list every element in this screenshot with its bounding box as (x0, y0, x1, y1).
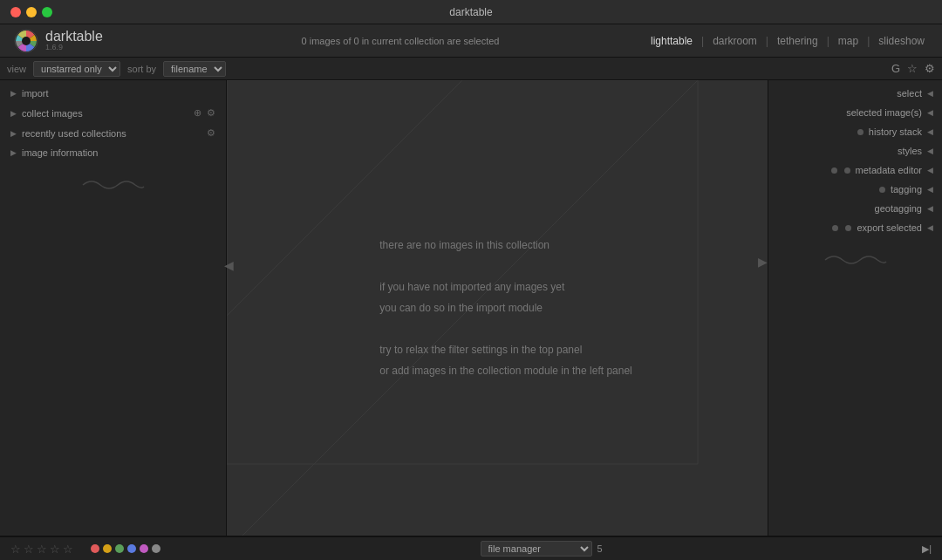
rp-select-arrow: ◀ (927, 89, 933, 98)
rp-tagging[interactable]: tagging ◀ (768, 180, 942, 199)
star1[interactable]: ☆ (10, 543, 21, 556)
arrow-icon: ▶ (10, 89, 17, 98)
empty-line3: if you have not imported any images yet (379, 277, 632, 297)
rp-dot-export1 (832, 225, 838, 231)
rp-geotagging[interactable]: geotagging ◀ (768, 199, 942, 218)
dot-gray[interactable] (152, 544, 160, 553)
empty-line1: there are no images in this collection (379, 235, 632, 256)
rp-select[interactable]: select ◀ (768, 84, 942, 103)
filmstrip-end-icon: ▶| (922, 543, 932, 554)
gear-icon[interactable]: ⚙ (925, 62, 935, 75)
star3[interactable]: ☆ (37, 543, 47, 556)
panel-item-recent[interactable]: ▶ recently used collections ⚙ (0, 123, 226, 143)
collect-label: collect images (22, 108, 83, 119)
nav-tethering[interactable]: tethering (774, 33, 822, 49)
rp-export-selected[interactable]: export selected ◀ (768, 218, 942, 237)
toolbar: view unstarred only all starred sort by … (0, 58, 942, 80)
rp-selected-arrow: ◀ (927, 108, 933, 117)
rp-export-label: export selected (857, 222, 922, 233)
panel-item-import[interactable]: ▶ import (0, 84, 226, 103)
maximize-button[interactable] (42, 7, 52, 17)
toolbar-icons: G ☆ ⚙ (891, 62, 935, 75)
rp-selected-images-label: selected image(s) (846, 107, 922, 118)
star-icon[interactable]: ☆ (907, 62, 918, 75)
dot-blue[interactable] (127, 544, 136, 553)
g-icon[interactable]: G (891, 62, 900, 75)
rp-metadata-arrow: ◀ (927, 166, 933, 174)
import-label: import (22, 88, 49, 99)
rp-metadata-label: metadata editor (856, 165, 922, 175)
dot-yellow[interactable] (103, 544, 112, 553)
filmstrip-right: ▶| (922, 543, 932, 555)
dot-red[interactable] (91, 544, 99, 553)
nav-lighttable[interactable]: lighttable (647, 33, 696, 49)
right-panel-collapse[interactable]: ▶ (758, 255, 768, 269)
rp-history-label: history stack (869, 126, 922, 137)
left-panel: ▶ import ▶ collect images ⊕ ⚙ ▶ recently… (0, 80, 227, 536)
bottom-area: ☆ ☆ ☆ ☆ ☆ file manager zoomable light ta… (0, 536, 942, 560)
rp-metadata-editor[interactable]: metadata editor ◀ (768, 160, 942, 180)
nav-darkroom[interactable]: darkroom (709, 33, 761, 49)
status-bar: 0 images of 0 in current collection are … (302, 36, 500, 46)
status-text: 0 images of 0 in current collection are … (302, 36, 500, 46)
rp-history-arrow: ◀ (927, 127, 933, 136)
panel-item-collect[interactable]: ▶ collect images ⊕ ⚙ (0, 103, 226, 123)
topbar: darktable 1.6.9 0 images of 0 in current… (0, 24, 942, 58)
traffic-lights (10, 7, 52, 17)
filmstrip-zoom-value: 5 (597, 543, 603, 554)
rp-dot-history (857, 129, 864, 135)
rp-tagging-label: tagging (891, 184, 922, 195)
nav-slideshow[interactable]: slideshow (875, 33, 928, 49)
filmstrip-bar: ☆ ☆ ☆ ☆ ☆ file manager zoomable light ta… (0, 536, 942, 560)
rp-history-stack[interactable]: history stack ◀ (768, 122, 942, 141)
right-panel-decoration (768, 237, 942, 287)
rp-export-arrow: ◀ (927, 223, 933, 232)
dot-magenta[interactable] (140, 544, 148, 553)
rp-dot-meta2 (844, 167, 850, 174)
right-panel: select ◀ selected image(s) ◀ history sta… (768, 80, 942, 536)
sort-label: sort by (127, 64, 156, 74)
left-panel-decoration (0, 162, 226, 212)
rp-dot-meta1 (831, 167, 837, 174)
nav-map[interactable]: map (835, 33, 862, 49)
rp-styles-arrow: ◀ (927, 147, 933, 155)
filmstrip-mode-select[interactable]: file manager zoomable light table (481, 541, 592, 557)
darktable-logo (14, 29, 38, 53)
star4[interactable]: ☆ (50, 543, 60, 556)
arrow-icon: ▶ (10, 148, 17, 157)
star-row: ☆ ☆ ☆ ☆ ☆ (10, 543, 73, 556)
empty-message: there are no images in this collection i… (362, 235, 632, 381)
rp-select-label: select (897, 88, 922, 99)
imageinfo-label: image information (22, 147, 98, 158)
rp-tagging-arrow: ◀ (927, 185, 933, 194)
star2[interactable]: ☆ (24, 543, 34, 556)
arrow-icon: ▶ (10, 109, 17, 118)
view-label: view (7, 64, 26, 74)
panel-item-imageinfo[interactable]: ▶ image information (0, 143, 226, 162)
left-panel-collapse[interactable]: ◀ (224, 258, 234, 272)
minimize-button[interactable] (26, 7, 37, 17)
dot-green[interactable] (115, 544, 124, 553)
collect-icon1: ⊕ (194, 107, 201, 119)
empty-line6: try to relax the filter settings in the … (379, 339, 632, 360)
view-select[interactable]: unstarred only all starred (33, 61, 120, 77)
star5[interactable]: ☆ (63, 543, 73, 556)
recent-icon: ⚙ (207, 127, 215, 139)
rp-styles-label: styles (898, 146, 922, 156)
rp-selected-images[interactable]: selected image(s) ◀ (768, 103, 942, 122)
empty-spacer1 (379, 256, 632, 277)
rp-dot-export2 (845, 225, 851, 231)
logo-area: darktable 1.6.9 (14, 29, 154, 53)
color-dots (91, 544, 160, 553)
filmstrip-center: file manager zoomable light table 5 (167, 541, 915, 557)
app-name: darktable (45, 30, 103, 44)
nav-links: lighttable | darkroom | tethering | map … (647, 33, 928, 49)
sort-select[interactable]: filename date rating (163, 61, 226, 77)
close-button[interactable] (10, 7, 21, 17)
window-title: darktable (449, 6, 492, 18)
empty-line4: you can do so in the import module (379, 297, 632, 318)
app-version: 1.6.9 (45, 44, 103, 51)
arrow-icon: ▶ (10, 129, 17, 138)
rp-geotagging-label: geotagging (875, 203, 922, 214)
rp-styles[interactable]: styles ◀ (768, 141, 942, 160)
